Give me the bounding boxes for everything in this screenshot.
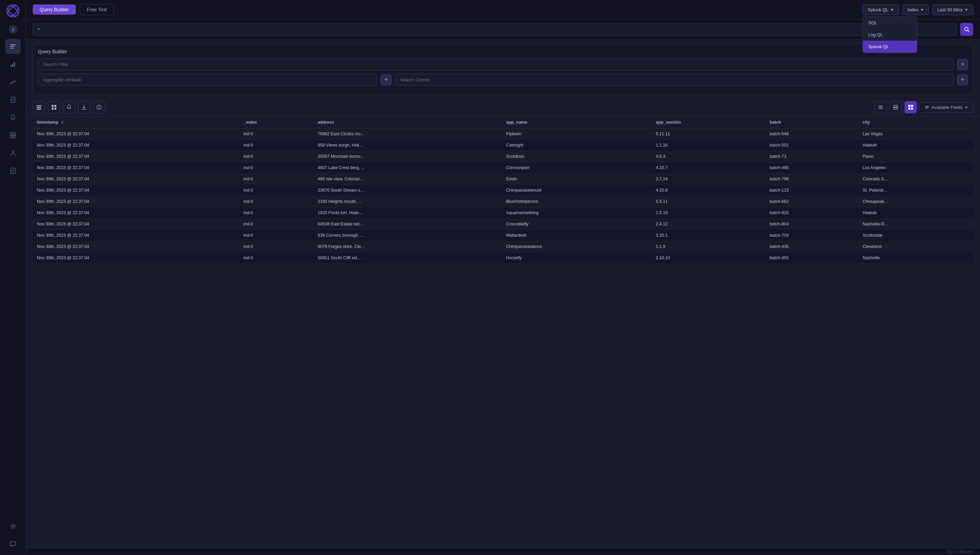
chevron-down-icon: ▼ [920, 8, 924, 11]
tab-query-builder[interactable]: Query Builder [33, 5, 76, 15]
cell-app_version: 5.5.11 [652, 196, 765, 207]
cell-_index: ind-0 [239, 218, 314, 230]
info-button[interactable] [93, 101, 105, 113]
col-address[interactable]: address [314, 117, 502, 128]
lines-view-button[interactable] [874, 101, 887, 113]
table-row[interactable]: Nov 30th, 2023 @ 22:37:04ind-035057 Moun… [33, 151, 973, 162]
download-button[interactable] [78, 101, 90, 113]
table-row[interactable]: Nov 30th, 2023 @ 22:37:04ind-02160 Heigh… [33, 196, 973, 207]
grid-view-button[interactable] [48, 101, 60, 113]
sidebar-item-charts[interactable] [5, 74, 21, 90]
search-input[interactable] [33, 24, 957, 35]
sidebar-toggle[interactable]: ❯ [9, 25, 17, 34]
dropdown-item-splunkql[interactable]: Splunk QL [863, 41, 917, 53]
sidebar-item-reports[interactable] [5, 92, 21, 107]
cell-address: 76682 East Circles mo... [314, 128, 502, 140]
dropdown-item-sql[interactable]: SQL [863, 17, 917, 29]
col-app-version[interactable]: app_version [652, 117, 765, 128]
table-row[interactable]: Nov 30th, 2023 @ 22:37:04ind-01920 Fords… [33, 207, 973, 218]
table-header: timestamp ⇕ _index address app_name app_… [33, 117, 973, 128]
cell-app_version: 5.11.11 [652, 128, 765, 140]
alert-button[interactable] [63, 101, 75, 113]
sidebar-item-dashboards[interactable] [5, 128, 21, 143]
split-view-button[interactable] [890, 101, 902, 113]
sidebar-item-settings[interactable] [5, 519, 21, 534]
cell-address: 466 Isle view, Colorad... [314, 173, 502, 185]
col-batch[interactable]: batch [765, 117, 858, 128]
cell-batch: batch-435 [765, 241, 858, 252]
query-language-dropdown[interactable]: Splunk QL ▼ [863, 5, 899, 15]
svg-rect-8 [14, 62, 15, 67]
sidebar-item-chat[interactable] [5, 537, 21, 552]
cell-timestamp: Nov 30th, 2023 @ 22:37:04 [33, 173, 239, 185]
cell-_index: ind-0 [239, 207, 314, 218]
svg-point-18 [11, 151, 14, 153]
cell-app_name: Mallardwill [502, 230, 652, 241]
svg-rect-17 [13, 136, 16, 138]
cell-city: Hialeah [858, 140, 973, 151]
add-filter-button[interactable]: + [957, 59, 968, 70]
table-row[interactable]: Nov 30th, 2023 @ 22:37:04ind-0538 Corner… [33, 230, 973, 241]
chevron-down-icon: ▼ [965, 106, 968, 109]
sidebar: ❯ [0, 0, 26, 555]
add-criteria-button[interactable]: + [957, 74, 968, 85]
cell-timestamp: Nov 30th, 2023 @ 22:37:04 [33, 218, 239, 230]
list-view-button[interactable] [33, 101, 45, 113]
table-row[interactable]: Nov 30th, 2023 @ 22:37:04ind-0859 Views … [33, 140, 973, 151]
cell-app_version: 1.1.9 [652, 241, 765, 252]
table-view-button[interactable] [905, 101, 917, 113]
table-row[interactable]: Nov 30th, 2023 @ 22:37:04ind-076682 East… [33, 128, 973, 140]
svg-rect-15 [13, 133, 16, 135]
svg-rect-45 [893, 107, 898, 109]
col-index[interactable]: _index [239, 117, 314, 128]
dropdown-item-logql[interactable]: Log QL [863, 29, 917, 41]
cell-app_name: Horsefly [502, 252, 652, 264]
table-row[interactable]: Nov 30th, 2023 @ 22:37:04ind-0466 Isle v… [33, 173, 973, 185]
query-language-label: Splunk QL [868, 7, 889, 12]
svg-rect-14 [10, 133, 13, 135]
cell-_index: ind-0 [239, 140, 314, 151]
sidebar-item-analytics[interactable] [5, 57, 21, 72]
cell-app_version: 3.20.1 [652, 230, 765, 241]
cell-timestamp: Nov 30th, 2023 @ 22:37:04 [33, 252, 239, 264]
search-button[interactable] [960, 23, 973, 36]
col-app-name[interactable]: app_name [502, 117, 652, 128]
cell-timestamp: Nov 30th, 2023 @ 22:37:04 [33, 162, 239, 173]
cell-city: Nashville-D... [858, 218, 973, 230]
search-filter-input[interactable] [38, 58, 954, 71]
svg-point-2 [6, 4, 20, 18]
table-row[interactable]: Nov 30th, 2023 @ 22:37:04ind-04807 Lake … [33, 162, 973, 173]
cell-address: 9079 Forges shire, Cle... [314, 241, 502, 252]
cell-app_version: 4.20.8 [652, 185, 765, 196]
col-city[interactable]: city [858, 117, 973, 128]
sidebar-item-logs[interactable] [5, 163, 21, 178]
cell-timestamp: Nov 30th, 2023 @ 22:37:04 [33, 128, 239, 140]
index-dropdown[interactable]: Index ▼ [903, 5, 929, 15]
sidebar-item-alerts[interactable] [5, 110, 21, 125]
query-builder-title: Query Builder [38, 49, 968, 54]
available-fields-button[interactable]: Available Fields ▼ [919, 102, 973, 113]
cell-app_version: 4.6.3 [652, 151, 765, 162]
time-range-dropdown[interactable]: Last 30 Mins ▼ [932, 5, 973, 15]
app-logo[interactable] [5, 3, 21, 18]
cell-app_version: 2.10.10 [652, 252, 765, 264]
tab-free-text[interactable]: Free Text [80, 4, 114, 15]
table-row[interactable]: Nov 30th, 2023 @ 22:37:04ind-09079 Forge… [33, 241, 973, 252]
table-row[interactable]: Nov 30th, 2023 @ 22:37:04ind-023870 Sout… [33, 185, 973, 196]
sort-icon: ⇕ [61, 120, 64, 124]
col-timestamp[interactable]: timestamp ⇕ [33, 117, 239, 128]
table-row[interactable]: Nov 30th, 2023 @ 22:37:04ind-064538 East… [33, 218, 973, 230]
cell-timestamp: Nov 30th, 2023 @ 22:37:04 [33, 140, 239, 151]
add-aggregate-button[interactable]: + [380, 74, 391, 85]
search-criteria-input[interactable] [395, 74, 954, 86]
cell-app_version: 1.6.19 [652, 207, 765, 218]
sidebar-item-search[interactable] [5, 39, 21, 54]
cell-batch: batch-350 [765, 252, 858, 264]
sidebar-item-users[interactable] [5, 146, 21, 160]
aggregate-attribute-input[interactable] [38, 74, 377, 86]
cell-_index: ind-0 [239, 241, 314, 252]
search-row [26, 19, 980, 40]
topbar-controls: Splunk QL ▼ SQL Log QL Splunk QL Index ▼… [863, 5, 973, 15]
cell-city: Los Angeles [858, 162, 973, 173]
table-row[interactable]: Nov 30th, 2023 @ 22:37:04ind-050911 Sout… [33, 252, 973, 264]
